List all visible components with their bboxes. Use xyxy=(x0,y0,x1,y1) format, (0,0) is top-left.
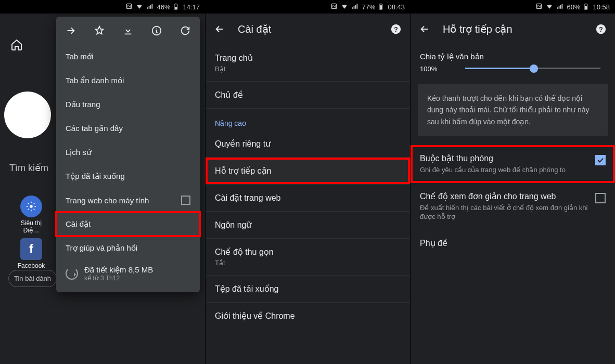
nfc-icon xyxy=(125,3,133,11)
status-bar: 60% 10:58 xyxy=(411,0,615,14)
menu-item-recent-tabs[interactable]: Các tab gần đây xyxy=(56,116,200,140)
svg-rect-8 xyxy=(380,5,382,9)
page-title: Hỗ trợ tiếp cận xyxy=(443,23,583,35)
screen-3-accessibility: 60% 10:58 Hỗ trợ tiếp cận ? Chia tỷ lệ v… xyxy=(410,0,615,364)
settings-header: Cài đặt ? xyxy=(206,14,410,45)
signal-icon xyxy=(146,3,153,11)
text-scaling-block: Chia tỷ lệ văn bản 100% xyxy=(411,45,615,79)
settings-row-about[interactable]: Giới thiệu về Chrome xyxy=(206,303,410,329)
svg-text:?: ? xyxy=(599,25,603,33)
svg-rect-3 xyxy=(175,4,176,4)
settings-row-downloads[interactable]: Tệp đã tải xuống xyxy=(206,276,410,303)
option-force-zoom[interactable]: Buộc bật thu phóng Ghi đè yêu cầu của tr… xyxy=(411,145,615,183)
battery-indicator: 77% xyxy=(362,3,385,11)
info-icon[interactable] xyxy=(151,25,162,36)
refresh-icon[interactable] xyxy=(180,25,191,36)
nfc-icon xyxy=(535,3,543,11)
sample-text-box: Kéo thanh trượt cho đến khi bạn có thể đ… xyxy=(418,84,608,136)
menu-item-help[interactable]: Trợ giúp và phản hồi xyxy=(56,236,200,260)
text-scaling-value: 100% xyxy=(420,65,437,73)
checkbox-empty-icon[interactable] xyxy=(595,193,606,203)
settings-row-homepage[interactable]: Trang chủ Bật xyxy=(206,45,410,82)
nfc-icon xyxy=(330,3,338,11)
shortcut-tile[interactable]: f Facebook xyxy=(16,238,47,269)
accessibility-header: Hỗ trợ tiếp cận ? xyxy=(411,14,615,45)
search-hint-text[interactable]: Tìm kiếm xyxy=(9,162,48,174)
signal-icon xyxy=(351,3,358,11)
menu-data-saved[interactable]: Đã tiết kiệm 8,5 MB kể từ 3 Th12 xyxy=(56,260,200,289)
shortcut-label: Facebook xyxy=(16,262,47,269)
settings-row-lite-mode[interactable]: Chế độ thu gọn Tắt xyxy=(206,239,410,276)
checkbox-checked-icon[interactable] xyxy=(595,155,606,165)
shortcut-label: Siêu thị Điệ… xyxy=(16,219,47,234)
section-advanced: Nâng cao xyxy=(206,109,410,131)
clock: 08:43 xyxy=(388,3,405,11)
battery-indicator: 60% xyxy=(567,3,590,11)
clock: 14:17 xyxy=(183,3,200,11)
clock: 10:58 xyxy=(593,3,610,11)
menu-item-history[interactable]: Lịch sử xyxy=(56,140,200,164)
wifi-icon xyxy=(341,3,348,11)
settings-row-language[interactable]: Ngôn ngữ xyxy=(206,212,410,239)
back-icon[interactable] xyxy=(419,23,430,35)
menu-item-new-tab[interactable]: Tab mới xyxy=(56,45,200,69)
home-icon[interactable] xyxy=(10,38,23,53)
svg-rect-15 xyxy=(585,4,586,4)
svg-point-4 xyxy=(30,205,33,208)
download-icon[interactable] xyxy=(122,25,134,36)
menu-item-downloads[interactable]: Tệp đã tải xuống xyxy=(56,164,200,188)
shortcut-tile[interactable]: Siêu thị Điệ… xyxy=(16,196,47,234)
menu-item-bookmarks[interactable]: Dấu trang xyxy=(56,93,200,116)
menu-toolbar xyxy=(56,17,200,45)
text-scaling-slider[interactable] xyxy=(437,62,606,75)
svg-rect-14 xyxy=(585,6,587,9)
back-icon[interactable] xyxy=(214,23,225,35)
data-saver-icon xyxy=(66,267,78,280)
menu-item-incognito[interactable]: Tab ẩn danh mới xyxy=(56,69,200,93)
wifi-icon xyxy=(136,3,143,11)
news-chip[interactable]: Tin bài dành xyxy=(8,270,57,287)
settings-row-accessibility[interactable]: Hỗ trợ tiếp cận xyxy=(206,158,410,185)
text-scaling-label: Chia tỷ lệ văn bản xyxy=(420,52,606,61)
help-icon[interactable]: ? xyxy=(595,23,607,35)
help-icon[interactable]: ? xyxy=(390,23,402,35)
google-logo-placeholder xyxy=(4,92,51,138)
svg-rect-9 xyxy=(380,4,381,4)
wifi-icon xyxy=(546,3,553,11)
settings-row-privacy[interactable]: Quyền riêng tư xyxy=(206,131,410,158)
option-captions[interactable]: Phụ đề xyxy=(411,230,615,256)
status-bar: 77% 08:43 xyxy=(206,0,410,14)
chrome-overflow-menu: Tab mới Tab ẩn danh mới Dấu trang Các ta… xyxy=(56,17,200,292)
slider-thumb[interactable] xyxy=(530,64,538,73)
page-title: Cài đặt xyxy=(238,23,378,35)
menu-item-desktop-site[interactable]: Trang web cho máy tính xyxy=(56,188,200,212)
checkbox-icon[interactable] xyxy=(181,196,190,205)
svg-rect-2 xyxy=(175,7,177,9)
screen-2-settings: 77% 08:43 Cài đặt ? Trang chủ Bật Chủ đề… xyxy=(205,0,410,364)
svg-text:?: ? xyxy=(394,25,398,33)
battery-indicator: 46% xyxy=(157,3,180,11)
option-simplified-view[interactable]: Chế độ xem đơn giản cho trang web Đề xuấ… xyxy=(411,183,615,230)
settings-row-site-settings[interactable]: Cài đặt trang web xyxy=(206,185,410,212)
forward-icon[interactable] xyxy=(65,25,76,36)
status-bar: 46% 14:17 xyxy=(0,0,205,14)
menu-item-settings[interactable]: Cài đặt xyxy=(56,212,200,236)
star-icon[interactable] xyxy=(94,25,105,36)
settings-row-theme[interactable]: Chủ đề xyxy=(206,82,410,109)
signal-icon xyxy=(556,3,563,11)
screen-1-chrome-menu: 46% 14:17 Tìm kiếm Siêu thị Điệ… f Faceb… xyxy=(0,0,205,364)
